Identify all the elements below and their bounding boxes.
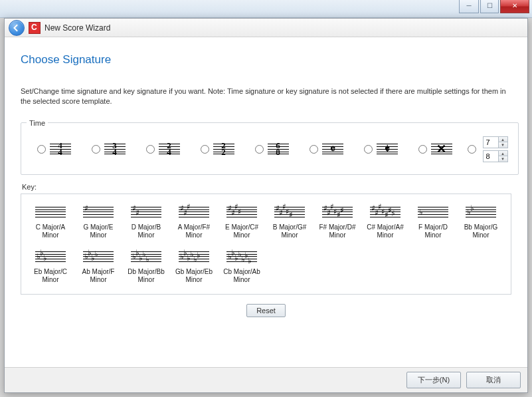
key-label-line2: Minor	[137, 231, 154, 239]
key-label-line1: G Major/E	[83, 223, 113, 231]
key-option-0[interactable]: C Major/AMinor	[27, 199, 74, 244]
custom-numerator-stepper[interactable]: 7▲▼	[483, 136, 508, 148]
time-glyph-none: ✕	[431, 142, 452, 156]
key-option-4[interactable]: ♯♯♯♯E Major/C#Minor	[218, 199, 266, 244]
key-label-line2: Minor	[137, 276, 154, 284]
key-label-line1: C Major/A	[36, 223, 65, 231]
key-glyph-14: ♭♭♭♭♭♭♭	[226, 247, 257, 266]
key-label-line1: Gb Major/Eb	[175, 268, 213, 276]
key-label-line2: Minor	[90, 276, 106, 284]
spin-up-icon[interactable]: ▲	[498, 137, 507, 142]
key-glyph-0	[35, 203, 66, 221]
arrow-left-icon	[13, 24, 21, 32]
key-label-line2: Minor	[329, 231, 345, 239]
spin-down-icon[interactable]: ▼	[498, 156, 507, 162]
key-glyph-11: ♭♭♭♭	[83, 247, 114, 266]
key-label-line1: C# Major/A#	[367, 223, 404, 231]
key-option-1[interactable]: ♯G Major/EMinor	[74, 199, 122, 244]
wizard-body: Choose Signature Set/Change time signatu…	[5, 37, 527, 367]
key-glyph-4: ♯♯♯♯	[226, 203, 257, 221]
cancel-button[interactable]: 取消	[466, 372, 521, 388]
key-option-2[interactable]: ♯♯D Major/BMinor	[122, 199, 170, 244]
key-label-line2: Minor	[233, 231, 250, 239]
time-radio-3-4[interactable]	[92, 145, 100, 154]
time-option-2-4[interactable]: 24	[137, 142, 189, 156]
key-glyph-9: ♭♭	[466, 203, 496, 221]
key-glyph-2: ♯♯	[131, 203, 161, 221]
time-radio-6-8[interactable]	[255, 145, 264, 154]
key-label-line2: Minor	[472, 231, 489, 239]
parent-minimize-button[interactable]: ─	[459, 0, 479, 13]
time-glyph-2-4: 24	[159, 142, 180, 156]
key-label-line1: Ab Major/F	[82, 268, 115, 276]
key-label-line1: D Major/B	[132, 223, 161, 231]
key-label-line2: Minor	[185, 231, 202, 239]
key-option-5[interactable]: ♯♯♯♯♯B Major/G#Minor	[266, 199, 313, 244]
key-label-line1: B Major/G#	[273, 223, 307, 231]
time-option-3-4[interactable]: 34	[82, 142, 134, 156]
time-option-custom[interactable]: 7▲▼8▲▼	[464, 136, 511, 162]
spin-up-icon[interactable]: ▲	[498, 151, 507, 156]
time-radio-2-2[interactable]	[201, 145, 209, 154]
wizard-title: New Score Wizard	[44, 23, 110, 33]
time-radio-2-4[interactable]	[146, 145, 155, 154]
time-radio-common[interactable]	[310, 145, 318, 154]
time-option-4-4[interactable]: 44	[28, 142, 80, 156]
page-heading: Choose Signature	[21, 53, 511, 66]
key-label-line2: Minor	[377, 231, 393, 239]
key-label-line1: E Major/C#	[225, 223, 258, 231]
key-glyph-3: ♯♯♯	[179, 203, 209, 221]
parent-titlebar: ─ ☐ ✕	[0, 0, 532, 18]
key-label-line2: Minor	[42, 276, 58, 284]
page-description: Set/Change time signature and key signat…	[21, 86, 511, 107]
time-radio-4-4[interactable]	[37, 145, 46, 154]
key-option-10[interactable]: ♭♭♭Eb Major/CMinor	[27, 244, 74, 289]
key-option-8[interactable]: ♭F Major/DMinor	[409, 199, 457, 244]
key-signature-group: C Major/AMinor♯G Major/EMinor♯♯D Major/B…	[21, 194, 511, 295]
time-option-none[interactable]: ✕	[409, 142, 461, 156]
key-label-line1: Bb Major/G	[464, 223, 498, 231]
key-option-12[interactable]: ♭♭♭♭♭Db Major/BbMinor	[122, 244, 170, 289]
key-option-7[interactable]: ♯♯♯♯♯♯♯C# Major/A#Minor	[361, 199, 409, 244]
next-button[interactable]: 下一步(N)	[406, 372, 461, 388]
time-option-2-2[interactable]: 22	[191, 142, 243, 156]
custom-denominator-stepper[interactable]: 8▲▼	[483, 150, 508, 162]
key-glyph-13: ♭♭♭♭♭♭	[179, 247, 209, 266]
time-option-cut[interactable]: 𝄵	[355, 142, 406, 156]
parent-maximize-button[interactable]: ☐	[480, 0, 499, 13]
time-radio-cut[interactable]	[364, 145, 373, 154]
key-option-3[interactable]: ♯♯♯A Major/F#Minor	[170, 199, 218, 244]
key-option-11[interactable]: ♭♭♭♭Ab Major/FMinor	[74, 244, 122, 289]
time-option-6-8[interactable]: 68	[246, 142, 298, 156]
time-signature-group: Time 4434242268𝄴𝄵✕7▲▼8▲▼	[21, 119, 519, 175]
wizard-dialog: New Score Wizard Choose Signature Set/Ch…	[4, 18, 528, 393]
key-glyph-1: ♯	[83, 203, 114, 221]
key-option-9[interactable]: ♭♭Bb Major/GMinor	[457, 199, 505, 244]
key-label-line1: Db Major/Bb	[128, 268, 165, 276]
app-icon	[29, 22, 41, 34]
key-glyph-7: ♯♯♯♯♯♯♯	[370, 203, 400, 221]
time-legend: Time	[27, 119, 48, 127]
time-option-common[interactable]: 𝄴	[300, 142, 352, 156]
time-glyph-6-8: 68	[268, 142, 289, 156]
key-glyph-5: ♯♯♯♯♯	[274, 203, 305, 221]
spin-down-icon[interactable]: ▼	[498, 142, 507, 148]
time-glyph-cut: 𝄵	[377, 142, 398, 156]
key-label-line1: F# Major/D#	[319, 223, 355, 231]
key-option-14[interactable]: ♭♭♭♭♭♭♭Cb Major/AbMinor	[218, 244, 266, 289]
time-glyph-4-4: 44	[50, 142, 71, 156]
key-option-13[interactable]: ♭♭♭♭♭♭Gb Major/EbMinor	[170, 244, 218, 289]
time-glyph-2-2: 22	[213, 142, 234, 156]
time-radio-none[interactable]	[418, 145, 427, 154]
key-label-line1: F Major/D	[418, 223, 448, 231]
key-label-line2: Minor	[90, 231, 106, 239]
key-label-line1: Eb Major/C	[34, 268, 67, 276]
back-button[interactable]	[9, 20, 25, 36]
key-label: Key:	[22, 183, 511, 191]
time-glyph-3-4: 34	[104, 142, 126, 156]
key-glyph-8: ♭	[418, 203, 448, 221]
key-option-6[interactable]: ♯♯♯♯♯♯F# Major/D#Minor	[313, 199, 361, 244]
parent-close-button[interactable]: ✕	[500, 0, 529, 13]
reset-button[interactable]: Reset	[246, 304, 286, 317]
time-radio-custom[interactable]	[468, 145, 476, 154]
